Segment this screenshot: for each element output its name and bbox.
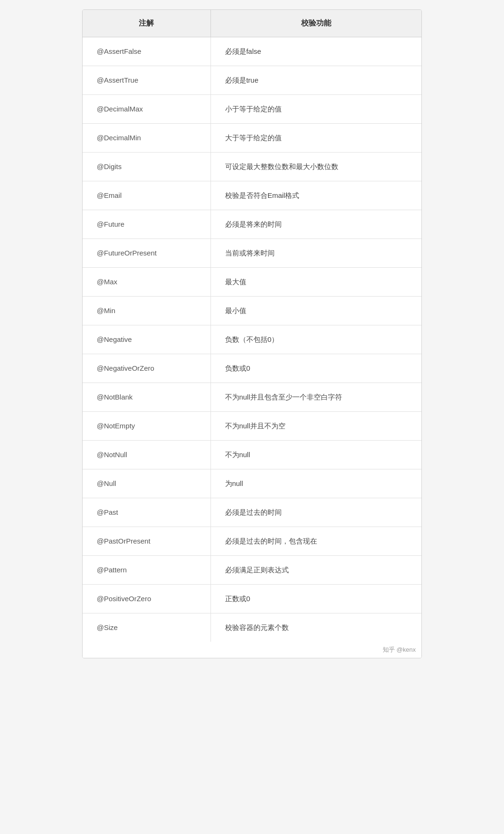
description-cell: 负数或0: [210, 354, 421, 383]
table-row: @Future必须是将来的时间: [83, 210, 421, 239]
table-body: @AssertFalse必须是false@AssertTrue必须是true@D…: [83, 37, 421, 642]
table-row: @NotNull不为null: [83, 441, 421, 469]
annotation-cell: @PositiveOrZero: [83, 585, 210, 613]
main-table-container: 注解 校验功能 @AssertFalse必须是false@AssertTrue必…: [82, 9, 422, 658]
description-cell: 当前或将来时间: [210, 239, 421, 268]
annotation-cell: @Past: [83, 498, 210, 527]
annotation-cell: @Null: [83, 469, 210, 498]
header-function: 校验功能: [210, 10, 421, 37]
table-row: @Size校验容器的元素个数: [83, 613, 421, 642]
table-row: @AssertTrue必须是true: [83, 66, 421, 95]
table-row: @Past必须是过去的时间: [83, 498, 421, 527]
annotation-cell: @PastOrPresent: [83, 527, 210, 556]
header-annotation: 注解: [83, 10, 210, 37]
description-cell: 不为null: [210, 441, 421, 469]
header-row: 注解 校验功能: [83, 10, 421, 37]
table-row: @Null为null: [83, 469, 421, 498]
annotation-cell: @Future: [83, 210, 210, 239]
description-cell: 负数（不包括0）: [210, 325, 421, 354]
description-cell: 校验是否符合Email格式: [210, 181, 421, 210]
annotation-cell: @Size: [83, 613, 210, 642]
annotation-cell: @DecimalMax: [83, 95, 210, 124]
annotation-table: 注解 校验功能 @AssertFalse必须是false@AssertTrue必…: [83, 10, 421, 642]
description-cell: 最大值: [210, 268, 421, 297]
annotation-cell: @NotBlank: [83, 383, 210, 412]
description-cell: 必须是过去的时间: [210, 498, 421, 527]
annotation-cell: @NotNull: [83, 441, 210, 469]
description-cell: 小于等于给定的值: [210, 95, 421, 124]
annotation-cell: @DecimalMin: [83, 124, 210, 153]
table-header: 注解 校验功能: [83, 10, 421, 37]
description-cell: 不为null并且不为空: [210, 412, 421, 441]
table-row: @AssertFalse必须是false: [83, 37, 421, 66]
annotation-cell: @NotEmpty: [83, 412, 210, 441]
description-cell: 必须是过去的时间，包含现在: [210, 527, 421, 556]
description-cell: 正数或0: [210, 585, 421, 613]
description-cell: 必须是false: [210, 37, 421, 66]
description-cell: 最小值: [210, 297, 421, 325]
description-cell: 可设定最大整数位数和最大小数位数: [210, 153, 421, 181]
annotation-cell: @FutureOrPresent: [83, 239, 210, 268]
annotation-cell: @AssertTrue: [83, 66, 210, 95]
table-row: @Max最大值: [83, 268, 421, 297]
table-row: @PositiveOrZero正数或0: [83, 585, 421, 613]
table-row: @FutureOrPresent当前或将来时间: [83, 239, 421, 268]
description-cell: 为null: [210, 469, 421, 498]
table-row: @Email校验是否符合Email格式: [83, 181, 421, 210]
table-row: @Negative负数（不包括0）: [83, 325, 421, 354]
description-cell: 大于等于给定的值: [210, 124, 421, 153]
description-cell: 必须满足正则表达式: [210, 556, 421, 585]
table-row: @Pattern必须满足正则表达式: [83, 556, 421, 585]
table-row: @DecimalMax小于等于给定的值: [83, 95, 421, 124]
description-cell: 不为null并且包含至少一个非空白字符: [210, 383, 421, 412]
annotation-cell: @Min: [83, 297, 210, 325]
annotation-cell: @Digits: [83, 153, 210, 181]
watermark: 知乎 @kenx: [83, 642, 421, 658]
table-row: @NotEmpty不为null并且不为空: [83, 412, 421, 441]
annotation-cell: @NegativeOrZero: [83, 354, 210, 383]
annotation-cell: @Pattern: [83, 556, 210, 585]
annotation-cell: @Negative: [83, 325, 210, 354]
description-cell: 校验容器的元素个数: [210, 613, 421, 642]
table-row: @PastOrPresent必须是过去的时间，包含现在: [83, 527, 421, 556]
annotation-cell: @Email: [83, 181, 210, 210]
table-row: @DecimalMin大于等于给定的值: [83, 124, 421, 153]
annotation-cell: @AssertFalse: [83, 37, 210, 66]
table-row: @Digits可设定最大整数位数和最大小数位数: [83, 153, 421, 181]
description-cell: 必须是将来的时间: [210, 210, 421, 239]
table-row: @NegativeOrZero负数或0: [83, 354, 421, 383]
description-cell: 必须是true: [210, 66, 421, 95]
annotation-cell: @Max: [83, 268, 210, 297]
table-row: @Min最小值: [83, 297, 421, 325]
table-row: @NotBlank不为null并且包含至少一个非空白字符: [83, 383, 421, 412]
